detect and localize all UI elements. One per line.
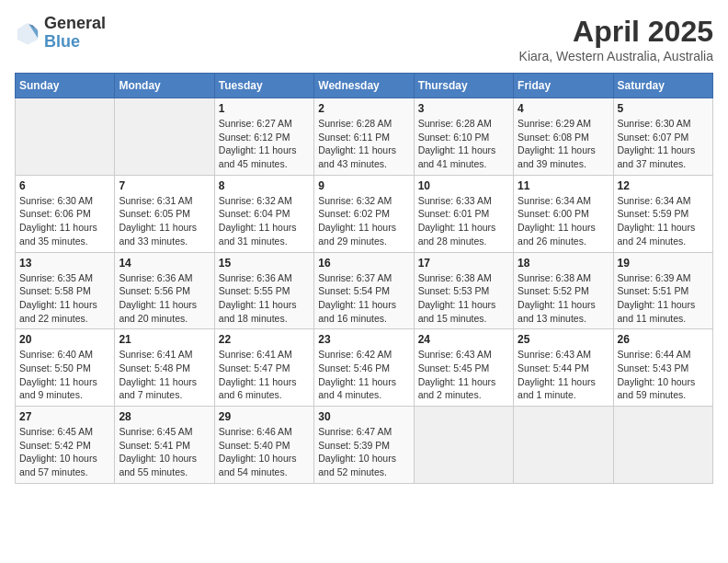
- calendar-cell: [613, 407, 712, 484]
- day-number: 6: [19, 179, 110, 192]
- calendar-cell: 14Sunrise: 6:36 AM Sunset: 5:56 PM Dayli…: [115, 252, 214, 329]
- day-header-monday: Monday: [115, 74, 214, 98]
- calendar-cell: 8Sunrise: 6:32 AM Sunset: 6:04 PM Daylig…: [214, 175, 313, 252]
- day-info: Sunrise: 6:38 AM Sunset: 5:53 PM Dayligh…: [418, 271, 509, 326]
- calendar-header-row: SundayMondayTuesdayWednesdayThursdayFrid…: [16, 74, 713, 98]
- day-info: Sunrise: 6:30 AM Sunset: 6:06 PM Dayligh…: [19, 194, 110, 248]
- calendar-cell: 30Sunrise: 6:47 AM Sunset: 5:39 PM Dayli…: [314, 407, 414, 484]
- day-number: 28: [119, 410, 210, 423]
- calendar-cell: 22Sunrise: 6:41 AM Sunset: 5:47 PM Dayli…: [214, 329, 313, 407]
- day-info: Sunrise: 6:27 AM Sunset: 6:12 PM Dayligh…: [219, 117, 310, 171]
- day-info: Sunrise: 6:46 AM Sunset: 5:40 PM Dayligh…: [219, 425, 310, 479]
- day-info: Sunrise: 6:47 AM Sunset: 5:39 PM Dayligh…: [318, 425, 409, 479]
- calendar-week-row: 13Sunrise: 6:35 AM Sunset: 5:58 PM Dayli…: [16, 252, 713, 329]
- calendar-cell: 24Sunrise: 6:43 AM Sunset: 5:45 PM Dayli…: [414, 329, 513, 407]
- calendar-cell: 23Sunrise: 6:42 AM Sunset: 5:46 PM Dayli…: [314, 329, 414, 407]
- logo-icon: [15, 20, 40, 46]
- calendar-cell: 10Sunrise: 6:33 AM Sunset: 6:01 PM Dayli…: [414, 175, 513, 252]
- calendar-cell: 5Sunrise: 6:30 AM Sunset: 6:07 PM Daylig…: [613, 98, 712, 176]
- day-info: Sunrise: 6:44 AM Sunset: 5:43 PM Dayligh…: [618, 348, 709, 402]
- day-header-sunday: Sunday: [16, 74, 115, 98]
- day-header-tuesday: Tuesday: [214, 74, 313, 98]
- calendar-subtitle: Kiara, Western Australia, Australia: [519, 49, 713, 63]
- day-number: 30: [318, 410, 409, 423]
- day-number: 15: [219, 257, 310, 270]
- day-number: 19: [618, 257, 709, 270]
- day-info: Sunrise: 6:40 AM Sunset: 5:50 PM Dayligh…: [19, 348, 110, 402]
- day-info: Sunrise: 6:29 AM Sunset: 6:08 PM Dayligh…: [518, 117, 609, 171]
- calendar-cell: 27Sunrise: 6:45 AM Sunset: 5:42 PM Dayli…: [16, 407, 115, 484]
- day-info: Sunrise: 6:37 AM Sunset: 5:54 PM Dayligh…: [318, 271, 409, 326]
- calendar-cell: 25Sunrise: 6:43 AM Sunset: 5:44 PM Dayli…: [514, 329, 613, 407]
- day-number: 20: [19, 333, 110, 346]
- day-info: Sunrise: 6:42 AM Sunset: 5:46 PM Dayligh…: [318, 348, 409, 402]
- calendar-cell: 21Sunrise: 6:41 AM Sunset: 5:48 PM Dayli…: [115, 329, 214, 407]
- day-number: 2: [318, 102, 409, 115]
- calendar-week-row: 27Sunrise: 6:45 AM Sunset: 5:42 PM Dayli…: [16, 407, 713, 484]
- calendar-cell: 29Sunrise: 6:46 AM Sunset: 5:40 PM Dayli…: [214, 407, 313, 484]
- day-number: 9: [318, 179, 409, 192]
- calendar-cell: [414, 407, 513, 484]
- calendar-cell: 1Sunrise: 6:27 AM Sunset: 6:12 PM Daylig…: [214, 98, 313, 176]
- logo-text-block: General Blue: [44, 15, 106, 52]
- calendar-title: April 2025: [519, 15, 713, 49]
- day-number: 25: [518, 333, 609, 346]
- day-number: 21: [119, 333, 210, 346]
- calendar-cell: 26Sunrise: 6:44 AM Sunset: 5:43 PM Dayli…: [613, 329, 712, 407]
- day-number: 4: [518, 102, 609, 115]
- day-number: 8: [219, 179, 310, 192]
- day-number: 23: [318, 333, 409, 346]
- logo-blue: Blue: [44, 32, 80, 51]
- day-number: 22: [219, 333, 310, 346]
- day-number: 17: [418, 257, 509, 270]
- day-info: Sunrise: 6:45 AM Sunset: 5:42 PM Dayligh…: [19, 425, 110, 479]
- calendar-cell: 6Sunrise: 6:30 AM Sunset: 6:06 PM Daylig…: [16, 175, 115, 252]
- day-info: Sunrise: 6:43 AM Sunset: 5:44 PM Dayligh…: [518, 348, 609, 402]
- logo: General Blue: [15, 15, 106, 52]
- calendar-cell: 2Sunrise: 6:28 AM Sunset: 6:11 PM Daylig…: [314, 98, 414, 176]
- day-header-wednesday: Wednesday: [314, 74, 414, 98]
- day-info: Sunrise: 6:45 AM Sunset: 5:41 PM Dayligh…: [119, 425, 210, 479]
- day-number: 26: [618, 333, 709, 346]
- day-number: 10: [418, 179, 509, 192]
- day-number: 29: [219, 410, 310, 423]
- day-number: 12: [618, 179, 709, 192]
- day-info: Sunrise: 6:31 AM Sunset: 6:05 PM Dayligh…: [119, 194, 210, 248]
- day-number: 24: [418, 333, 509, 346]
- calendar-cell: 16Sunrise: 6:37 AM Sunset: 5:54 PM Dayli…: [314, 252, 414, 329]
- calendar-cell: 19Sunrise: 6:39 AM Sunset: 5:51 PM Dayli…: [613, 252, 712, 329]
- day-info: Sunrise: 6:30 AM Sunset: 6:07 PM Dayligh…: [618, 117, 709, 171]
- day-info: Sunrise: 6:35 AM Sunset: 5:58 PM Dayligh…: [19, 271, 110, 326]
- day-number: 13: [19, 257, 110, 270]
- title-block: April 2025 Kiara, Western Australia, Aus…: [519, 15, 713, 63]
- day-info: Sunrise: 6:36 AM Sunset: 5:56 PM Dayligh…: [119, 271, 210, 326]
- day-number: 27: [19, 410, 110, 423]
- day-header-friday: Friday: [514, 74, 613, 98]
- day-number: 16: [318, 257, 409, 270]
- calendar-table: SundayMondayTuesdayWednesdayThursdayFrid…: [15, 73, 713, 484]
- calendar-cell: [115, 98, 214, 176]
- calendar-cell: 12Sunrise: 6:34 AM Sunset: 5:59 PM Dayli…: [613, 175, 712, 252]
- day-number: 5: [618, 102, 709, 115]
- calendar-cell: 9Sunrise: 6:32 AM Sunset: 6:02 PM Daylig…: [314, 175, 414, 252]
- calendar-cell: 7Sunrise: 6:31 AM Sunset: 6:05 PM Daylig…: [115, 175, 214, 252]
- day-info: Sunrise: 6:41 AM Sunset: 5:48 PM Dayligh…: [119, 348, 210, 402]
- calendar-cell: [514, 407, 613, 484]
- day-header-saturday: Saturday: [613, 74, 712, 98]
- day-info: Sunrise: 6:32 AM Sunset: 6:04 PM Dayligh…: [219, 194, 310, 248]
- calendar-cell: 28Sunrise: 6:45 AM Sunset: 5:41 PM Dayli…: [115, 407, 214, 484]
- day-header-thursday: Thursday: [414, 74, 513, 98]
- calendar-week-row: 6Sunrise: 6:30 AM Sunset: 6:06 PM Daylig…: [16, 175, 713, 252]
- day-number: 3: [418, 102, 509, 115]
- logo-general: General: [44, 14, 106, 32]
- calendar-cell: 4Sunrise: 6:29 AM Sunset: 6:08 PM Daylig…: [514, 98, 613, 176]
- calendar-week-row: 1Sunrise: 6:27 AM Sunset: 6:12 PM Daylig…: [16, 98, 713, 176]
- day-info: Sunrise: 6:36 AM Sunset: 5:55 PM Dayligh…: [219, 271, 310, 326]
- day-number: 1: [219, 102, 310, 115]
- calendar-cell: [16, 98, 115, 176]
- day-info: Sunrise: 6:33 AM Sunset: 6:01 PM Dayligh…: [418, 194, 509, 248]
- day-info: Sunrise: 6:39 AM Sunset: 5:51 PM Dayligh…: [618, 271, 709, 326]
- day-info: Sunrise: 6:43 AM Sunset: 5:45 PM Dayligh…: [418, 348, 509, 402]
- day-info: Sunrise: 6:28 AM Sunset: 6:11 PM Dayligh…: [318, 117, 409, 171]
- calendar-cell: 17Sunrise: 6:38 AM Sunset: 5:53 PM Dayli…: [414, 252, 513, 329]
